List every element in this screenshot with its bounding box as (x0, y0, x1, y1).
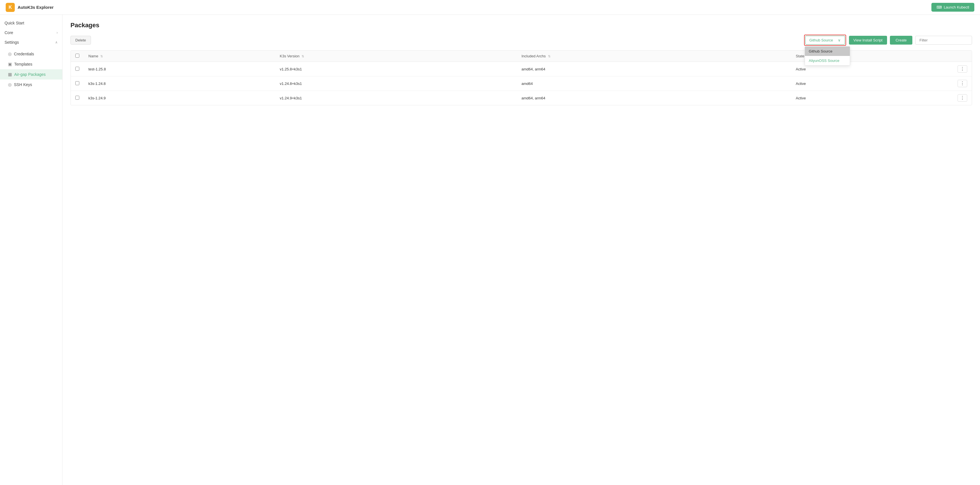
col-included-archs-label: Included Archs (522, 54, 546, 58)
row-actions-cell-0: ⋮ (953, 62, 972, 76)
source-dropdown-button[interactable]: Github Source ∨ (805, 36, 845, 44)
toolbar-right: Github Source ∨ Github Source AliyunOSS … (804, 35, 972, 46)
row-checkbox-cell (71, 91, 84, 105)
sidebar-item-templates[interactable]: ▣ Templates (0, 59, 62, 69)
chevron-up-icon: ∧ (55, 40, 58, 44)
sidebar-item-core[interactable]: Core › (0, 28, 62, 38)
row-actions-cell-1: ⋮ (953, 76, 972, 91)
toolbar-left: Delete (70, 36, 91, 44)
main-content: Packages Delete Github Source ∨ Github S… (62, 15, 980, 485)
table-row: k3s-1.24.9 v1.24.9+k3s1 amd64, arm64 Act… (71, 91, 972, 105)
col-name: Name ⇅ (84, 51, 275, 62)
row-checkbox-cell (71, 62, 84, 76)
sidebar-item-air-gap-packages[interactable]: ▦ Air-gap Packages (0, 69, 62, 79)
row-k3s-version-0: v1.25.8+k3s1 (275, 62, 517, 76)
row-name-2: k3s-1.24.9 (84, 91, 275, 105)
row-state-1: Active (791, 76, 953, 91)
app-name: AutoK3s Explorer (18, 5, 54, 10)
templates-icon: ▣ (8, 62, 12, 67)
select-all-checkbox[interactable] (75, 54, 79, 58)
credentials-icon: ◎ (8, 51, 12, 57)
col-included-archs: Included Archs ⇅ (517, 51, 791, 62)
row-archs-2: amd64, arm64 (517, 91, 791, 105)
row-actions-button-2[interactable]: ⋮ (958, 94, 967, 101)
terminal-icon: ⌨ (937, 5, 942, 10)
sidebar-label-air-gap-packages: Air-gap Packages (14, 72, 46, 77)
name-sort-icon: ⇅ (100, 54, 103, 58)
settings-section: ◎ Credentials ▣ Templates ▦ Air-gap Pack… (0, 47, 62, 92)
row-archs-0: amd64, arm64 (517, 62, 791, 76)
toolbar: Delete Github Source ∨ Github Source Ali… (70, 35, 972, 46)
source-dropdown-wrapper: Github Source ∨ Github Source AliyunOSS … (804, 35, 846, 46)
col-name-label: Name (88, 54, 98, 58)
row-checkbox-0[interactable] (75, 67, 79, 71)
select-all-col (71, 51, 84, 62)
col-state-label: State (796, 54, 804, 58)
k3s-version-sort-icon: ⇅ (302, 54, 304, 58)
sidebar-item-settings[interactable]: Settings ∧ (0, 38, 62, 47)
sidebar-item-quick-start[interactable]: Quick Start (0, 18, 62, 28)
source-dropdown-menu: Github Source AliyunOSS Source (805, 46, 850, 66)
source-option-aliyun[interactable]: AliyunOSS Source (805, 56, 850, 65)
row-name-0: test-1.25.8 (84, 62, 275, 76)
included-archs-sort-icon: ⇅ (548, 54, 550, 58)
table-row: k3s-1.24.8 v1.24.8+k3s1 amd64 Active ⋮ (71, 76, 972, 91)
col-actions (953, 51, 972, 62)
row-name-1: k3s-1.24.8 (84, 76, 275, 91)
launch-kubectl-label: Launch Kubectl (943, 5, 969, 10)
header: K AutoK3s Explorer ⌨ Launch Kubectl (0, 0, 980, 15)
sidebar-label-settings: Settings (5, 40, 19, 44)
source-dropdown-label: Github Source (810, 38, 833, 42)
ssh-icon: ◎ (8, 82, 12, 87)
row-checkbox-1[interactable] (75, 81, 79, 85)
sidebar-label-credentials: Credentials (14, 52, 34, 56)
logo-icon: K (6, 3, 15, 12)
sidebar-label-core: Core (5, 30, 13, 35)
row-state-2: Active (791, 91, 953, 105)
filter-input[interactable] (915, 36, 972, 44)
table-body: test-1.25.8 v1.25.8+k3s1 amd64, arm64 Ac… (71, 62, 972, 105)
sidebar-label-quick-start: Quick Start (5, 21, 24, 25)
sidebar-label-ssh-keys: SSH Keys (14, 82, 32, 87)
view-install-script-button[interactable]: View Install Script (849, 36, 887, 44)
source-option-github[interactable]: Github Source (805, 47, 850, 56)
create-button[interactable]: Create (890, 36, 912, 44)
sidebar-item-ssh-keys[interactable]: ◎ SSH Keys (0, 79, 62, 90)
sidebar-label-templates: Templates (14, 62, 32, 67)
chevron-right-icon: › (57, 31, 58, 35)
row-checkbox-cell (71, 76, 84, 91)
delete-button[interactable]: Delete (70, 36, 91, 44)
layout: Quick Start Core › Settings ∧ ◎ Credenti… (0, 15, 980, 485)
row-actions-button-1[interactable]: ⋮ (958, 80, 967, 87)
sidebar-item-credentials[interactable]: ◎ Credentials (0, 49, 62, 59)
page-title: Packages (70, 22, 972, 29)
sidebar: Quick Start Core › Settings ∧ ◎ Credenti… (0, 15, 62, 485)
col-k3s-version: K3s Version ⇅ (275, 51, 517, 62)
row-k3s-version-2: v1.24.9+k3s1 (275, 91, 517, 105)
row-archs-1: amd64 (517, 76, 791, 91)
launch-kubectl-button[interactable]: ⌨ Launch Kubectl (931, 3, 974, 12)
chevron-down-icon: ∨ (838, 38, 841, 42)
packages-icon: ▦ (8, 72, 12, 77)
row-k3s-version-1: v1.24.8+k3s1 (275, 76, 517, 91)
row-actions-cell-2: ⋮ (953, 91, 972, 105)
row-checkbox-2[interactable] (75, 96, 79, 100)
app-logo: K AutoK3s Explorer (6, 3, 54, 12)
col-k3s-version-label: K3s Version (280, 54, 299, 58)
row-actions-button-0[interactable]: ⋮ (958, 65, 967, 73)
